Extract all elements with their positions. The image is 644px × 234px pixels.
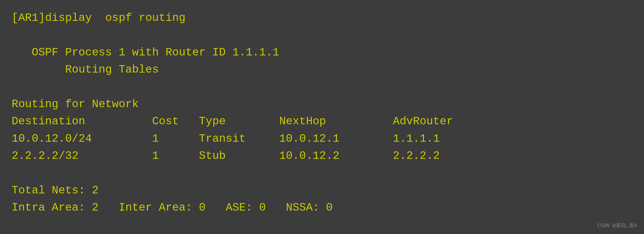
line-9: 2.2.2.2/32 1 Stub 10.0.12.2 2.2.2.2 (12, 147, 632, 164)
line-2-empty (12, 26, 632, 44)
line-5-empty (12, 78, 632, 96)
line-6: Routing for Network (12, 96, 632, 113)
line-1: [AR1]display ospf routing (12, 9, 632, 26)
line-10-empty (12, 165, 632, 182)
watermark: CSDN @菜鸟_老A (597, 222, 637, 230)
line-4: Routing Tables (12, 61, 632, 78)
terminal-window: [AR1]display ospf routing OSPF Process 1… (0, 0, 644, 234)
line-7: Destination Cost Type NextHop AdvRouter (12, 113, 632, 130)
line-11: Total Nets: 2 (12, 182, 632, 199)
line-8: 10.0.12.0/24 1 Transit 10.0.12.1 1.1.1.1 (12, 130, 632, 147)
line-3: OSPF Process 1 with Router ID 1.1.1.1 (12, 44, 632, 61)
line-12: Intra Area: 2 Inter Area: 0 ASE: 0 NSSA:… (12, 199, 632, 216)
